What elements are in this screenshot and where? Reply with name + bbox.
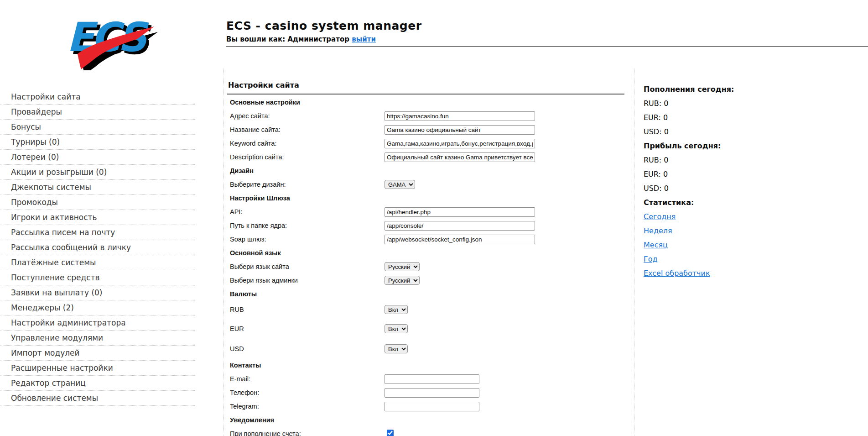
sidebar-item[interactable]: Заявки на выплату (0) xyxy=(0,285,195,300)
text-field[interactable] xyxy=(385,388,479,398)
text-field[interactable] xyxy=(385,111,535,121)
deposits-today-list: RUB: 0EUR: 0USD: 0 xyxy=(644,96,868,139)
field-label: Keyword сайта: xyxy=(227,140,385,147)
form-row: Выберите дизайн: GAMA xyxy=(227,178,634,191)
header-divider xyxy=(226,46,868,47)
sidebar-item[interactable]: Менеджеры (2) xyxy=(0,300,195,315)
form-row: Выбери язык админки Русский xyxy=(227,273,634,287)
checkbox-field[interactable] xyxy=(387,430,394,436)
field-label: E-mail: xyxy=(227,375,385,383)
sidebar-item[interactable]: Игроки и активность xyxy=(0,210,195,225)
sidebar-menu: Настройки сайтаПровайдерыБонусыТурниры (… xyxy=(0,89,195,406)
stat-line: RUB: 0 xyxy=(644,153,868,167)
form-section-row: Дизайн xyxy=(227,164,634,178)
form-row: Soap шлюз: xyxy=(227,232,634,246)
sidebar-item[interactable]: Турниры (0) xyxy=(0,135,195,150)
form-row: При пополнение счета: xyxy=(227,427,634,436)
field-label: При пополнение счета: xyxy=(227,430,385,436)
section-heading: Основной язык xyxy=(227,249,385,257)
select-field[interactable]: Вкл xyxy=(385,324,408,333)
field-label: Description сайта: xyxy=(227,153,385,161)
text-field[interactable] xyxy=(385,207,535,217)
text-field[interactable] xyxy=(385,374,479,384)
deposits-today-title: Пополнения сегодня: xyxy=(644,82,868,96)
stat-link[interactable]: Сегодня xyxy=(644,212,676,221)
text-field[interactable] xyxy=(385,152,535,162)
sidebar-item[interactable]: Редактор страниц xyxy=(0,376,195,391)
section-heading: Валюты xyxy=(227,290,385,298)
field-label: Soap шлюз: xyxy=(227,236,385,243)
text-field[interactable] xyxy=(385,139,535,148)
stat-line: USD: 0 xyxy=(644,181,868,195)
stat-line: EUR: 0 xyxy=(644,167,868,181)
main-content: Настройки сайта Основные настройки Адрес… xyxy=(223,68,634,436)
sidebar-item[interactable]: Рассылка писем на почту xyxy=(0,225,195,240)
field-label: Выберите дизайн: xyxy=(227,181,385,188)
select-field[interactable]: GAMA xyxy=(385,180,415,189)
select-field[interactable]: Русский xyxy=(385,262,420,271)
form-row: Путь к папке ядра: xyxy=(227,219,634,232)
sidebar-item[interactable]: Рассылка сообщений в личку xyxy=(0,240,195,255)
profit-today-list: RUB: 0EUR: 0USD: 0 xyxy=(644,153,868,195)
section-heading: Настройки Шлюза xyxy=(227,194,385,202)
sidebar-item[interactable]: Джекпоты системы xyxy=(0,180,195,195)
form-row: E-mail: xyxy=(227,372,634,386)
section-title: Настройки сайта xyxy=(228,81,634,89)
form-row: Название сайта: xyxy=(227,123,634,137)
form-row: USD Вкл xyxy=(227,339,634,358)
field-label: Телефон: xyxy=(227,389,385,396)
section-heading: Основные настройки xyxy=(227,99,385,106)
form-row: Telegram: xyxy=(227,399,634,413)
text-field[interactable] xyxy=(385,221,535,231)
stat-line: EUR: 0 xyxy=(644,110,868,125)
field-label: Выбери язык админки xyxy=(227,277,385,284)
stat-line: USD: 0 xyxy=(644,125,868,139)
sidebar-item[interactable]: Провайдеры xyxy=(0,105,195,120)
form-section-row: Настройки Шлюза xyxy=(227,191,634,205)
sidebar-item[interactable]: Импорт модулей xyxy=(0,346,195,361)
ecs-logo: ECS ECS xyxy=(63,10,160,70)
sidebar-item[interactable]: Расширенные настройки xyxy=(0,361,195,376)
stat-link[interactable]: Excel обработчик xyxy=(644,269,710,278)
form-row: API: xyxy=(227,205,634,219)
sidebar-item[interactable]: Поступление средств xyxy=(0,270,195,285)
login-status: Вы вошли как: Администратор выйти xyxy=(226,35,376,43)
title-divider xyxy=(227,94,624,95)
page-title: ECS - casino system manager xyxy=(226,19,421,32)
sidebar-item[interactable]: Бонусы xyxy=(0,120,195,135)
stats-panel: Пополнения сегодня: RUB: 0EUR: 0USD: 0 П… xyxy=(634,68,868,436)
text-field[interactable] xyxy=(385,402,479,411)
login-user: Администратор xyxy=(287,35,349,43)
select-field[interactable]: Русский xyxy=(385,276,420,285)
form-row: EUR Вкл xyxy=(227,318,634,339)
field-label: Выбери язык сайта xyxy=(227,263,385,270)
field-label: RUB xyxy=(227,306,385,313)
form-row: RUB Вкл xyxy=(227,301,634,318)
stat-link[interactable]: Неделя xyxy=(644,226,672,235)
form-section-row: Основной язык xyxy=(227,246,634,260)
sidebar-item[interactable]: Управление модулями xyxy=(0,331,195,346)
select-field[interactable]: Вкл xyxy=(385,344,408,353)
form-section-row: Уведомления xyxy=(227,413,634,427)
sidebar-item[interactable]: Платёжные системы xyxy=(0,255,195,270)
text-field[interactable] xyxy=(385,235,535,244)
text-field[interactable] xyxy=(385,125,535,135)
select-field[interactable]: Вкл xyxy=(385,305,408,314)
logout-link[interactable]: выйти xyxy=(352,35,376,43)
stat-line: RUB: 0 xyxy=(644,96,868,110)
field-label: Адрес сайта: xyxy=(227,112,385,120)
field-label: Telegram: xyxy=(227,403,385,410)
sidebar-item[interactable]: Настройки сайта xyxy=(0,89,195,105)
sidebar-item[interactable]: Настройки администратора xyxy=(0,315,195,331)
field-label: Название сайта: xyxy=(227,126,385,133)
statistics-title: Статистика: xyxy=(644,195,868,210)
form-section-row: Основные настройки xyxy=(227,95,634,109)
sidebar-item[interactable]: Обновление системы xyxy=(0,391,195,406)
form-row: Keyword сайта: xyxy=(227,137,634,150)
sidebar-item[interactable]: Промокоды xyxy=(0,195,195,210)
form-row: Description сайта: xyxy=(227,150,634,164)
sidebar-item[interactable]: Лотереи (0) xyxy=(0,150,195,165)
stat-link[interactable]: Год xyxy=(644,255,658,263)
sidebar-item[interactable]: Акции и розыгрыши (0) xyxy=(0,165,195,180)
stat-link[interactable]: Месяц xyxy=(644,241,668,249)
